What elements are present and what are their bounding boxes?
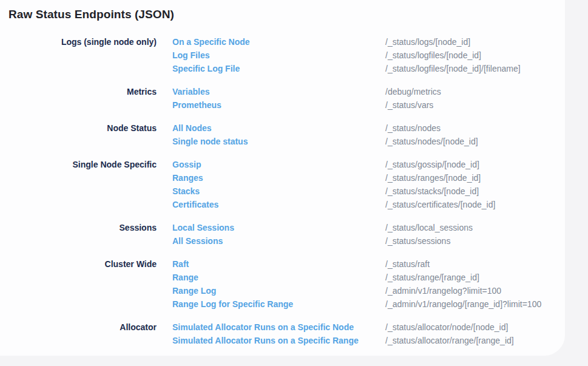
paths-column: /_status/gossip/[node_id]/_status/ranges… (385, 158, 565, 211)
links-column: All NodesSingle node status (172, 121, 370, 148)
endpoint-path: /_status/ranges/[node_id] (385, 171, 565, 185)
category-label: Allocator (0, 320, 157, 347)
endpoint-link[interactable]: Log Files (172, 49, 370, 62)
endpoint-path: /_status/vars (385, 98, 565, 112)
links-column: On a Specific NodeLog FilesSpecific Log … (172, 35, 370, 75)
endpoint-path: /_status/logfiles/[node_id] (385, 49, 565, 62)
endpoint-link[interactable]: Single node status (172, 135, 370, 148)
endpoint-link[interactable]: Range Log for Specific Range (172, 297, 370, 311)
endpoint-link[interactable]: Local Sessions (172, 221, 370, 234)
endpoint-group: Node StatusAll NodesSingle node status/_… (0, 121, 565, 148)
paths-column: /_status/logs/[node_id]/_status/logfiles… (385, 35, 565, 75)
endpoint-group: Logs (single node only)On a Specific Nod… (0, 35, 565, 75)
endpoint-path: /_status/gossip/[node_id] (385, 158, 565, 171)
paths-column: /_status/allocator/node/[node_id]/_statu… (385, 320, 565, 347)
endpoint-link[interactable]: Stacks (172, 185, 370, 198)
endpoint-link[interactable]: Simulated Allocator Runs on a Specific N… (172, 320, 370, 334)
endpoint-link[interactable]: Specific Log File (172, 62, 370, 75)
category-label: Single Node Specific (0, 158, 157, 211)
endpoint-path: /_status/raft (385, 257, 565, 271)
links-column: GossipRangesStacksCertificates (172, 158, 370, 211)
endpoint-path: /_admin/v1/rangelog/[range_id]?limit=100 (385, 297, 565, 311)
endpoint-link[interactable]: Simulated Allocator Runs on a Specific R… (172, 334, 370, 347)
endpoint-path: /_status/stacks/[node_id] (385, 185, 565, 198)
links-column: VariablesPrometheus (172, 85, 370, 112)
page-title: Raw Status Endpoints (JSON) (8, 7, 565, 22)
endpoint-group: MetricsVariablesPrometheus/debug/metrics… (0, 85, 565, 112)
category-label: Node Status (0, 121, 157, 148)
category-label: Sessions (0, 221, 157, 248)
endpoint-link[interactable]: Variables (172, 85, 370, 98)
endpoint-path: /_status/range/[range_id] (385, 271, 565, 284)
links-column: RaftRangeRange LogRange Log for Specific… (172, 257, 370, 311)
endpoint-link[interactable]: Range Log (172, 284, 370, 297)
endpoint-path: /_status/nodes/[node_id] (385, 135, 565, 148)
links-column: Simulated Allocator Runs on a Specific N… (172, 320, 370, 347)
endpoint-link[interactable]: Gossip (172, 158, 370, 171)
endpoint-link[interactable]: Range (172, 271, 370, 284)
endpoint-link[interactable]: On a Specific Node (172, 35, 370, 49)
endpoint-path: /_status/logs/[node_id] (385, 35, 565, 49)
endpoint-path: /_status/allocator/range/[range_id] (385, 334, 565, 347)
endpoint-groups: Logs (single node only)On a Specific Nod… (0, 35, 565, 347)
raw-status-endpoints-panel: Raw Status Endpoints (JSON) Logs (single… (0, 0, 565, 356)
endpoint-link[interactable]: Prometheus (172, 98, 370, 112)
endpoint-link[interactable]: Ranges (172, 171, 370, 185)
paths-column: /_status/nodes/_status/nodes/[node_id] (385, 121, 565, 148)
endpoint-path: /debug/metrics (385, 85, 565, 98)
endpoint-link[interactable]: All Sessions (172, 234, 370, 248)
category-label: Cluster Wide (0, 257, 157, 311)
endpoint-path: /_status/nodes (385, 121, 565, 135)
endpoint-path: /_status/sessions (385, 234, 565, 248)
endpoint-link[interactable]: Raft (172, 257, 370, 271)
endpoint-path: /_status/logfiles/[node_id]/[filename] (385, 62, 565, 75)
endpoint-path: /_status/certificates/[node_id] (385, 198, 565, 211)
category-label: Logs (single node only) (0, 35, 157, 75)
links-column: Local SessionsAll Sessions (172, 221, 370, 248)
paths-column: /_status/local_sessions/_status/sessions (385, 221, 565, 248)
endpoint-group: SessionsLocal SessionsAll Sessions/_stat… (0, 221, 565, 248)
endpoint-group: Single Node SpecificGossipRangesStacksCe… (0, 158, 565, 211)
endpoint-path: /_admin/v1/rangelog?limit=100 (385, 284, 565, 297)
endpoint-link[interactable]: All Nodes (172, 121, 370, 135)
endpoint-group: Cluster WideRaftRangeRange LogRange Log … (0, 257, 565, 311)
endpoint-path: /_status/local_sessions (385, 221, 565, 234)
endpoint-group: AllocatorSimulated Allocator Runs on a S… (0, 320, 565, 347)
paths-column: /debug/metrics/_status/vars (385, 85, 565, 112)
category-label: Metrics (0, 85, 157, 112)
endpoint-path: /_status/allocator/node/[node_id] (385, 320, 565, 334)
endpoint-link[interactable]: Certificates (172, 198, 370, 211)
paths-column: /_status/raft/_status/range/[range_id]/_… (385, 257, 565, 311)
